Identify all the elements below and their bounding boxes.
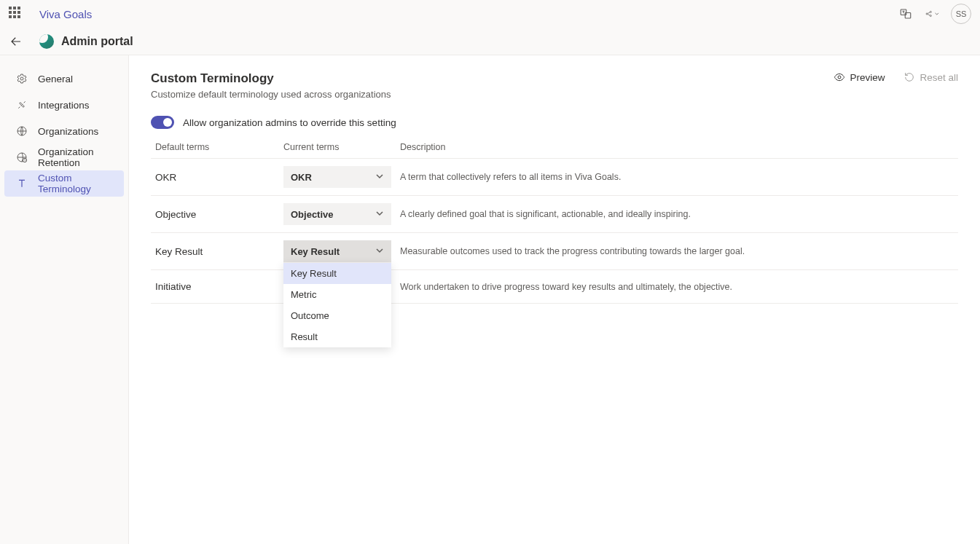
sidebar: General Integrations Organizations Organ… bbox=[0, 55, 129, 544]
user-avatar[interactable]: SS bbox=[951, 4, 971, 24]
override-toggle-label: Allow organization admins to override th… bbox=[183, 117, 396, 128]
term-description: Measurable outcomes used to track the pr… bbox=[400, 246, 954, 256]
chevron-down-icon bbox=[375, 246, 384, 257]
main-content: Custom Terminology Customize default ter… bbox=[129, 55, 980, 544]
term-description: A clearly defined goal that is significa… bbox=[400, 209, 954, 219]
globe-retention-icon bbox=[16, 151, 28, 163]
term-description: A term that collectively refers to all i… bbox=[400, 172, 954, 182]
viva-goals-logo-icon bbox=[39, 34, 54, 49]
svg-point-3 bbox=[930, 11, 931, 12]
dropdown-option-keyresult[interactable]: Key Result bbox=[283, 263, 391, 284]
current-term-dropdown-okr[interactable]: OKR bbox=[283, 166, 391, 188]
sidebar-item-label: Organization Retention bbox=[38, 146, 112, 168]
default-term: Key Result bbox=[155, 246, 283, 257]
preview-button[interactable]: Preview bbox=[834, 71, 885, 83]
top-bar: Viva Goals SS bbox=[0, 0, 980, 28]
gear-icon bbox=[16, 73, 28, 84]
svg-point-9 bbox=[838, 76, 841, 79]
override-toggle[interactable] bbox=[151, 116, 174, 129]
svg-point-5 bbox=[20, 77, 23, 80]
svg-point-2 bbox=[926, 13, 928, 15]
th-description: Description bbox=[400, 142, 954, 152]
svg-point-4 bbox=[930, 15, 931, 17]
dropdown-menu: Key Result Metric Outcome Result bbox=[283, 262, 391, 347]
sidebar-item-label: Integrations bbox=[38, 100, 90, 111]
sidebar-item-general[interactable]: General bbox=[4, 66, 124, 92]
sidebar-item-label: Custom Terminology bbox=[38, 173, 112, 194]
reset-button[interactable]: Reset all bbox=[903, 71, 958, 83]
preview-label: Preview bbox=[850, 72, 885, 83]
sidebar-item-terminology[interactable]: Custom Terminology bbox=[4, 170, 124, 197]
suite-header: Admin portal bbox=[0, 28, 980, 55]
dropdown-option-metric[interactable]: Metric bbox=[283, 284, 391, 305]
current-term-dropdown-objective[interactable]: Objective bbox=[283, 203, 391, 225]
plug-icon bbox=[16, 99, 28, 111]
table-row: Objective Objective A clearly defined go… bbox=[151, 196, 958, 233]
th-current: Current terms bbox=[283, 142, 400, 152]
sidebar-item-label: General bbox=[38, 74, 73, 84]
back-arrow-icon[interactable] bbox=[9, 34, 23, 49]
dropdown-value: OKR bbox=[291, 172, 312, 183]
default-term: Initiative bbox=[155, 281, 283, 292]
sidebar-item-label: Organizations bbox=[38, 126, 98, 137]
reset-label: Reset all bbox=[920, 72, 958, 83]
chevron-down-icon bbox=[375, 172, 384, 183]
table-row: Initiative Work undertaken to drive prog… bbox=[151, 270, 958, 304]
dropdown-option-result[interactable]: Result bbox=[283, 326, 391, 347]
table-row: Key Result Key Result Key Result Metric … bbox=[151, 233, 958, 270]
table-row: OKR OKR A term that collectively refers … bbox=[151, 159, 958, 196]
globe-icon bbox=[16, 125, 28, 137]
default-term: OKR bbox=[155, 172, 283, 183]
app-title[interactable]: Viva Goals bbox=[39, 8, 92, 20]
term-description: Work undertaken to drive progress toward… bbox=[400, 282, 954, 292]
dropdown-option-outcome[interactable]: Outcome bbox=[283, 305, 391, 326]
translator-icon[interactable] bbox=[898, 7, 913, 21]
eye-icon bbox=[834, 71, 845, 83]
page-title: Custom Terminology bbox=[151, 71, 391, 86]
app-launcher-icon[interactable] bbox=[9, 7, 23, 21]
terminology-table: Default terms Current terms Description … bbox=[151, 142, 958, 304]
default-term: Objective bbox=[155, 209, 283, 220]
sidebar-item-integrations[interactable]: Integrations bbox=[4, 92, 124, 118]
share-icon[interactable] bbox=[925, 7, 939, 21]
text-icon bbox=[16, 178, 28, 189]
sidebar-item-organizations[interactable]: Organizations bbox=[4, 118, 124, 144]
sidebar-item-retention[interactable]: Organization Retention bbox=[4, 144, 124, 170]
th-default: Default terms bbox=[155, 142, 283, 152]
reset-icon bbox=[903, 71, 915, 83]
current-term-dropdown-keyresult[interactable]: Key Result Key Result Metric Outcome Res… bbox=[283, 240, 391, 262]
dropdown-value: Key Result bbox=[291, 246, 340, 257]
page-subtitle: Customize default terminology used acros… bbox=[151, 89, 391, 100]
portal-title: Admin portal bbox=[61, 35, 133, 48]
chevron-down-icon bbox=[375, 209, 384, 220]
dropdown-value: Objective bbox=[291, 209, 334, 220]
